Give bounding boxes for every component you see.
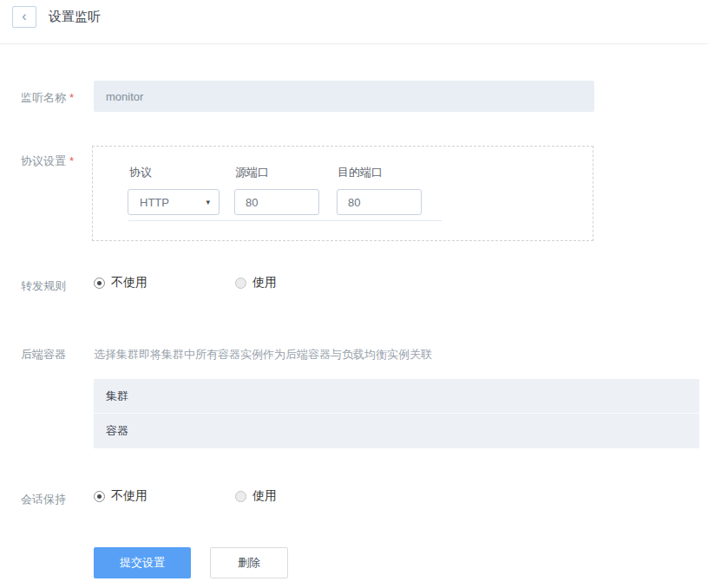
session-persistence-label: 会话保持 [21,492,66,507]
forward-rule-option-enable[interactable]: 使用 [235,275,277,291]
chevron-left-icon: ‹ [22,10,26,23]
radio-option-label: 使用 [252,488,277,504]
required-asterisk: * [69,91,74,104]
submit-settings-button[interactable]: 提交设置 [94,547,191,578]
table-row-cluster: 集群 [94,379,699,414]
required-asterisk: * [69,154,74,167]
listener-name-input[interactable] [94,81,594,112]
radio-option-label: 不使用 [111,275,148,291]
protocol-row-divider [128,220,442,221]
protocol-settings-box: 协议 源端口 目的端口 HTTP ▾ [92,146,593,241]
radio-button-icon [94,491,105,502]
radio-option-label: 不使用 [111,488,148,504]
forward-rule-option-disable[interactable]: 不使用 [94,275,148,291]
radio-option-label: 使用 [252,275,277,291]
radio-button-icon [235,491,246,502]
column-header-dest-port: 目的端口 [338,165,383,180]
header-divider [0,43,708,44]
back-button[interactable]: ‹ [12,6,36,28]
backend-container-description: 选择集群即将集群中所有容器实例作为后端容器与负载均衡实例关联 [94,347,432,363]
backend-container-table: 集群 容器 [94,379,699,448]
session-option-enable[interactable]: 使用 [235,488,277,504]
protocol-select-value: HTTP [140,196,169,209]
session-option-disable[interactable]: 不使用 [94,488,148,504]
caret-down-icon: ▾ [206,199,210,206]
source-port-input[interactable] [234,189,319,215]
protocol-select[interactable]: HTTP ▾ [128,189,220,215]
radio-button-icon [94,278,105,289]
protocol-settings-label: 协议设置* [21,154,74,169]
radio-button-icon [235,278,246,289]
listener-name-label: 监听名称* [21,90,74,106]
column-header-protocol: 协议 [129,165,152,180]
page-title: 设置监听 [49,9,101,25]
label-text: 监听名称 [21,91,66,104]
column-header-source-port: 源端口 [235,165,269,180]
backend-container-label: 后端容器 [21,347,66,363]
table-row-container: 容器 [94,414,699,448]
set-listener-page: ‹ 设置监听 监听名称* 协议设置* 协议 源端口 目的端口 HTTP ▾ 转发… [0,0,708,588]
label-text: 协议设置 [21,154,66,167]
dest-port-input[interactable] [337,189,422,215]
delete-button[interactable]: 删除 [210,547,288,578]
forward-rule-label: 转发规则 [21,278,66,294]
